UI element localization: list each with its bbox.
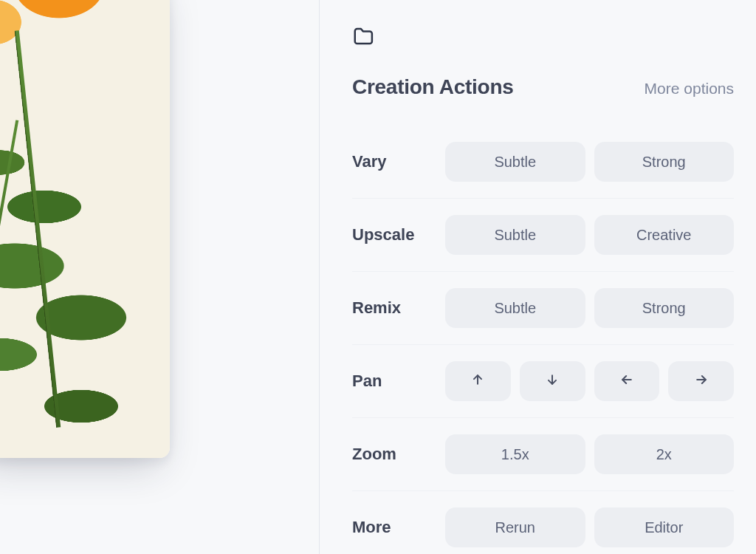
row-label-zoom: Zoom: [352, 445, 445, 464]
creation-actions-panel: Creation Actions More options Vary Subtl…: [320, 0, 756, 554]
vary-strong-button[interactable]: Strong: [594, 142, 735, 182]
zoom-2x-button[interactable]: 2x: [594, 434, 735, 474]
arrow-down-icon: [545, 372, 560, 391]
row-label-vary: Vary: [352, 152, 445, 171]
row-more: More Rerun Editor: [352, 490, 734, 554]
vary-subtle-button[interactable]: Subtle: [445, 142, 585, 182]
remix-subtle-button[interactable]: Subtle: [445, 288, 585, 328]
row-zoom: Zoom 1.5x 2x: [352, 417, 734, 490]
upscale-creative-button[interactable]: Creative: [594, 215, 735, 255]
row-label-pan: Pan: [352, 372, 445, 391]
arrow-right-icon: [694, 372, 709, 391]
artwork-card: [0, 0, 170, 458]
row-label-upscale: Upscale: [352, 225, 445, 244]
row-vary: Vary Subtle Strong: [352, 126, 734, 198]
zoom-1-5x-button[interactable]: 1.5x: [445, 434, 585, 474]
preview-pane: [0, 0, 319, 554]
row-label-more: More: [352, 518, 445, 537]
row-remix: Remix Subtle Strong: [352, 271, 734, 344]
arrow-up-icon: [470, 372, 485, 391]
arrow-left-icon: [619, 372, 634, 391]
folder-icon[interactable]: [352, 25, 374, 47]
row-pan: Pan: [352, 344, 734, 417]
pan-up-button[interactable]: [445, 361, 511, 401]
upscale-subtle-button[interactable]: Subtle: [445, 215, 585, 255]
pan-down-button[interactable]: [520, 361, 585, 401]
row-upscale: Upscale Subtle Creative: [352, 198, 734, 271]
remix-strong-button[interactable]: Strong: [594, 288, 735, 328]
more-options-link[interactable]: More options: [645, 80, 734, 98]
more-editor-button[interactable]: Editor: [594, 507, 735, 547]
pan-right-button[interactable]: [668, 361, 734, 401]
section-title: Creation Actions: [352, 75, 514, 99]
pan-left-button[interactable]: [594, 361, 660, 401]
artwork-illustration: [0, 0, 170, 458]
row-label-remix: Remix: [352, 298, 445, 318]
more-rerun-button[interactable]: Rerun: [445, 507, 585, 547]
